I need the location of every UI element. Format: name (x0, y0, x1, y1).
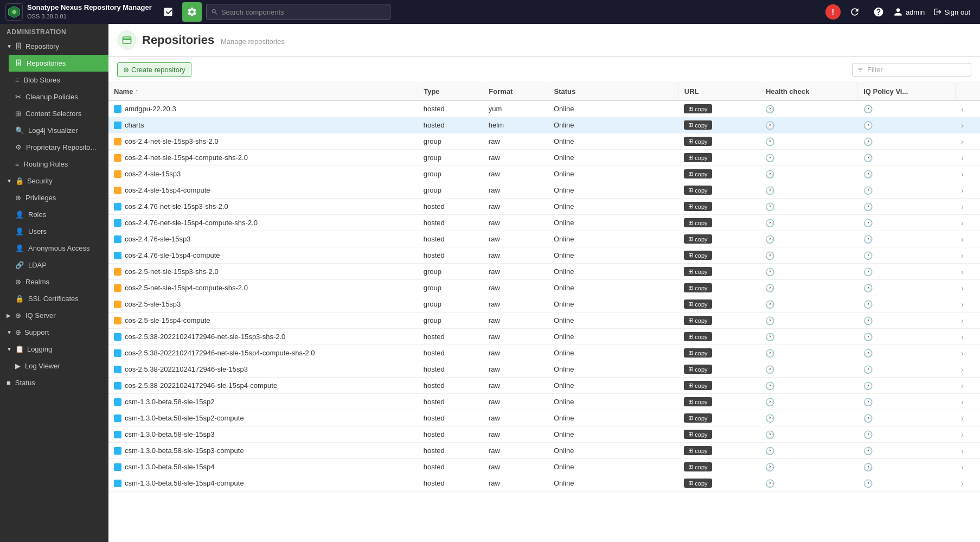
table-row[interactable]: amdgpu-22.20.3 hosted yum Online ⊞ copy … (108, 100, 980, 117)
copy-url-button[interactable]: ⊞ copy (684, 186, 712, 195)
sidebar-item-roles[interactable]: 👤 Roles (9, 206, 108, 223)
copy-url-button[interactable]: ⊞ copy (684, 283, 712, 292)
support-group[interactable]: ▼ ⊕ Support (0, 324, 108, 341)
copy-url-button[interactable]: ⊞ copy (684, 446, 712, 455)
sidebar-item-ldap[interactable]: 🔗 LDAP (9, 257, 108, 273)
sidebar-item-anonymous-access[interactable]: 👤 Anonymous Access (9, 240, 108, 257)
table-row[interactable]: cos-2.5-net-sle-15sp3-shs-2.0 group raw … (108, 264, 980, 280)
table-row[interactable]: cos-2.4.76-net-sle-15sp3-shs-2.0 hosted … (108, 199, 980, 215)
table-row[interactable]: cos-2.5-sle-15sp4-compute group raw Onli… (108, 313, 980, 329)
table-row[interactable]: cos-2.5.38-20221024172946-sle-15sp4-comp… (108, 378, 980, 394)
copy-url-button[interactable]: ⊞ copy (684, 413, 712, 423)
table-row[interactable]: cos-2.4-sle-15sp4-compute group raw Onli… (108, 182, 980, 199)
col-header-iq[interactable]: IQ Policy Vi... (858, 83, 956, 100)
sidebar-item-privileges[interactable]: ⊕ Privileges (9, 189, 108, 206)
sidebar-item-iq-server[interactable]: ▶ ⊕ IQ Server (0, 307, 108, 324)
cell-action[interactable]: › (956, 475, 980, 492)
logging-group[interactable]: ▼ 📋 Logging (0, 341, 108, 358)
col-header-format[interactable]: Format (483, 83, 548, 100)
sidebar-item-content-selectors[interactable]: ⊞ Content Selectors (9, 105, 108, 122)
cell-action[interactable]: › (956, 231, 980, 247)
copy-url-button[interactable]: ⊞ copy (684, 348, 712, 358)
copy-url-button[interactable]: ⊞ copy (684, 169, 712, 178)
table-row[interactable]: cos-2.5.38-20221024172946-net-sle-15sp4-… (108, 345, 980, 361)
copy-url-button[interactable]: ⊞ copy (684, 104, 712, 113)
row-arrow-icon[interactable]: › (961, 479, 964, 488)
cell-action[interactable]: › (956, 329, 980, 345)
col-header-status[interactable]: Status (548, 83, 678, 100)
row-arrow-icon[interactable]: › (961, 300, 964, 309)
table-row[interactable]: cos-2.4.76-net-sle-15sp4-compute-shs-2.0… (108, 215, 980, 231)
table-row[interactable]: csm-1.3.0-beta.58-sle-15sp2 hosted raw O… (108, 394, 980, 410)
row-arrow-icon[interactable]: › (961, 154, 964, 162)
copy-url-button[interactable]: ⊞ copy (684, 120, 712, 130)
row-arrow-icon[interactable]: › (961, 414, 964, 423)
sidebar-item-ssl[interactable]: 🔒 SSL Certificates (9, 290, 108, 307)
col-header-name[interactable]: Name ↑ (108, 83, 418, 100)
copy-url-button[interactable]: ⊞ copy (684, 234, 712, 244)
table-row[interactable]: cos-2.4-net-sle-15sp3-shs-2.0 group raw … (108, 133, 980, 150)
row-arrow-icon[interactable]: › (961, 316, 964, 325)
user-menu[interactable]: admin (893, 7, 925, 17)
cell-action[interactable]: › (956, 313, 980, 329)
row-arrow-icon[interactable]: › (961, 430, 964, 439)
cell-action[interactable]: › (956, 182, 980, 199)
copy-url-button[interactable]: ⊞ copy (684, 299, 712, 309)
cell-action[interactable]: › (956, 247, 980, 264)
table-row[interactable]: csm-1.3.0-beta.58-sle-15sp4-compute host… (108, 475, 980, 492)
copy-url-button[interactable]: ⊞ copy (684, 202, 712, 211)
copy-url-button[interactable]: ⊞ copy (684, 137, 712, 146)
cell-action[interactable]: › (956, 296, 980, 313)
cell-action[interactable]: › (956, 166, 980, 182)
row-arrow-icon[interactable]: › (961, 447, 964, 455)
col-header-url[interactable]: URL (678, 83, 760, 100)
row-arrow-icon[interactable]: › (961, 121, 964, 130)
sidebar-item-log-viewer[interactable]: ▶ Log Viewer (9, 358, 108, 374)
row-arrow-icon[interactable]: › (961, 381, 964, 390)
cell-action[interactable]: › (956, 345, 980, 361)
cell-action[interactable]: › (956, 443, 980, 459)
copy-url-button[interactable]: ⊞ copy (684, 153, 712, 162)
table-row[interactable]: cos-2.4.76-sle-15sp3 hosted raw Online ⊞… (108, 231, 980, 247)
row-arrow-icon[interactable]: › (961, 170, 964, 178)
repository-group[interactable]: ▼ 🗄 Repository (0, 38, 108, 55)
sidebar-item-routing-rules[interactable]: ≡ Routing Rules (9, 156, 108, 173)
row-arrow-icon[interactable]: › (961, 186, 964, 195)
filter-box[interactable]: Filter (852, 63, 971, 76)
table-row[interactable]: cos-2.4.76-sle-15sp4-compute hosted raw … (108, 247, 980, 264)
cell-action[interactable]: › (956, 426, 980, 443)
table-row[interactable]: cos-2.5.38-20221024172946-net-sle-15sp3-… (108, 329, 980, 345)
help-btn[interactable] (869, 2, 888, 22)
search-input[interactable] (221, 8, 386, 16)
copy-url-button[interactable]: ⊞ copy (684, 430, 712, 439)
copy-url-button[interactable]: ⊞ copy (684, 332, 712, 341)
row-arrow-icon[interactable]: › (961, 349, 964, 358)
sidebar-item-repositories[interactable]: 🗄 Repositories (9, 55, 108, 72)
row-arrow-icon[interactable]: › (961, 105, 964, 113)
row-arrow-icon[interactable]: › (961, 463, 964, 471)
sidebar-item-users[interactable]: 👤 Users (9, 223, 108, 240)
table-row[interactable]: charts hosted helm Online ⊞ copy 🕐 🕐 › (108, 117, 980, 133)
table-row[interactable]: csm-1.3.0-beta.58-sle-15sp3-compute host… (108, 443, 980, 459)
signout-btn[interactable]: Sign out (929, 5, 975, 18)
security-group[interactable]: ▼ 🔒 Security (0, 173, 108, 189)
cell-action[interactable]: › (956, 378, 980, 394)
refresh-btn[interactable] (845, 2, 864, 22)
cell-action[interactable]: › (956, 150, 980, 166)
row-arrow-icon[interactable]: › (961, 398, 964, 406)
browse-btn[interactable] (158, 2, 178, 22)
cell-action[interactable]: › (956, 117, 980, 133)
sidebar-item-cleanup-policies[interactable]: ✂ Cleanup Policies (9, 88, 108, 105)
row-arrow-icon[interactable]: › (961, 202, 964, 211)
col-header-health[interactable]: Health check (760, 83, 857, 100)
table-row[interactable]: csm-1.3.0-beta.58-sle-15sp3 hosted raw O… (108, 426, 980, 443)
copy-url-button[interactable]: ⊞ copy (684, 365, 712, 374)
cell-action[interactable]: › (956, 100, 980, 117)
cell-action[interactable]: › (956, 215, 980, 231)
col-header-type[interactable]: Type (418, 83, 483, 100)
copy-url-button[interactable]: ⊞ copy (684, 316, 712, 325)
table-row[interactable]: csm-1.3.0-beta.58-sle-15sp4 hosted raw O… (108, 459, 980, 475)
row-arrow-icon[interactable]: › (961, 251, 964, 260)
table-row[interactable]: cos-2.5-sle-15sp3 group raw Online ⊞ cop… (108, 296, 980, 313)
cell-action[interactable]: › (956, 280, 980, 296)
